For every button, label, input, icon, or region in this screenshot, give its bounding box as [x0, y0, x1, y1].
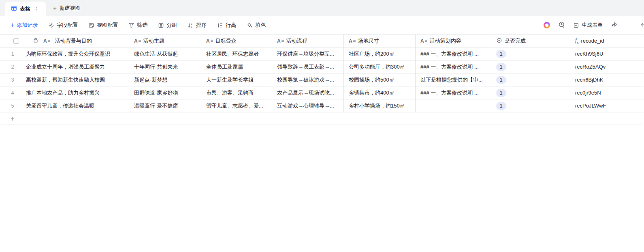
cell-audience[interactable]: 全体员工及家属 [201, 60, 272, 73]
table-row: 5 关爱留守儿童，传递社会温暖 温暖童行·爱不缺席 留守儿童、志愿者、爱... … [0, 99, 644, 112]
cell-theme[interactable]: 十年同行·共创未来 [129, 60, 201, 73]
column-header-label: 活动主题 [143, 37, 164, 45]
column-header-recode-id[interactable]: fx recode_id [570, 34, 643, 47]
cell-complete[interactable]: 1 [491, 86, 570, 99]
cell-theme[interactable]: 新起点·新梦想 [129, 73, 201, 86]
fill-color-button[interactable]: 填色 [247, 22, 266, 29]
cell-planning[interactable]: ### 一、方案修改说明 ... [416, 60, 491, 73]
add-view-button[interactable]: + 新建视图 [46, 0, 88, 16]
text-field-icon: A [43, 39, 50, 43]
status-chip: 1 [496, 50, 506, 58]
cell-recode-id[interactable]: recRoZ5AQv [570, 60, 643, 73]
column-header-activity-flow[interactable]: A 活动流程 [272, 34, 344, 47]
view-tab-bar: 表格 ⋮ + 新建视图 [0, 0, 644, 16]
generate-form-button[interactable]: 生成表单 [573, 22, 603, 29]
sort-az-icon: A Z [188, 22, 194, 28]
cell-flow[interactable]: 环保讲座→垃圾分类互... [272, 47, 344, 60]
table-row: 1 为响应环保政策，提升公众环保意识 绿色生活·从我做起 社区居民、环保志愿者 … [0, 47, 644, 60]
cell-planning[interactable]: 以下是根据您提供的【审... [416, 73, 491, 86]
text-field-icon: A [349, 39, 356, 43]
add-view-label: 新建视图 [60, 4, 81, 12]
column-header-activity-background[interactable]: A 活动背景与目的 [0, 34, 129, 47]
row-number: 1 [6, 51, 14, 57]
column-header-planning-content[interactable]: A 活动策划内容 [416, 34, 491, 47]
cell-venue[interactable]: 公司多功能厅，约300㎡ [344, 60, 416, 73]
filter-label: 筛选 [137, 22, 147, 29]
cell-complete[interactable]: 1 [491, 73, 570, 86]
column-header-label: recode_id [581, 38, 604, 44]
table-grid-icon [11, 5, 17, 13]
cell-recode-id[interactable]: recPoJLWwF [570, 99, 643, 112]
cell-flow[interactable]: 互动游戏→心理辅导→... [272, 99, 344, 112]
toolbar-right: 生成表单 [544, 21, 644, 30]
column-header-label: 是否完成 [505, 37, 526, 45]
group-icon [158, 22, 164, 28]
cell-audience[interactable]: 社区居民、环保志愿者 [201, 47, 272, 60]
toolbar-divider [626, 22, 626, 28]
cell-background[interactable]: 2 企业成立十周年，增强员工凝聚力 [0, 60, 129, 73]
add-row-button[interactable]: + [0, 112, 643, 125]
sort-button[interactable]: A Z 排序 [188, 22, 207, 29]
column-header-activity-theme[interactable]: A 活动主题 [129, 34, 201, 47]
status-chip: 1 [496, 63, 506, 71]
cell-venue[interactable]: 社区广场，约200㎡ [344, 47, 416, 60]
field-config-button[interactable]: 字段配置 [48, 22, 78, 29]
data-grid: A 活动背景与目的 A 活动主题 A 目标受众 A 活动流程 A 场地尺寸 A … [0, 34, 644, 125]
add-record-button[interactable]: + 添加记录 [11, 22, 38, 29]
column-header-venue-size[interactable]: A 场地尺寸 [344, 34, 416, 47]
cell-complete[interactable]: 1 [491, 60, 570, 73]
cell-theme[interactable]: 温暖童行·爱不缺席 [129, 99, 201, 112]
column-header-label: 活动背景与目的 [55, 37, 92, 45]
column-header-target-audience[interactable]: A 目标受众 [201, 34, 272, 47]
cell-planning[interactable]: ### 一、方案修改说明 ... [416, 86, 491, 99]
filter-button[interactable]: 筛选 [128, 22, 147, 29]
history-clock-icon[interactable] [558, 21, 565, 30]
cell-venue[interactable]: 乡镇集市，约400㎡ [344, 86, 416, 99]
circle-check-icon [496, 37, 502, 45]
cell-theme[interactable]: 田野味道·家乡好物 [129, 86, 201, 99]
view-config-button[interactable]: 视图配置 [88, 22, 118, 29]
cell-flow[interactable]: 校园导览→破冰游戏→... [272, 73, 344, 86]
cell-venue[interactable]: 乡村小学操场，约150㎡ [344, 99, 416, 112]
share-icon[interactable] [611, 21, 618, 30]
row-height-button[interactable]: 行高 [217, 22, 236, 29]
form-check-icon [573, 22, 579, 28]
formula-icon: fx [575, 37, 578, 45]
select-all-checkbox[interactable] [13, 38, 19, 44]
ai-assistant-icon[interactable] [544, 22, 550, 28]
cell-flow[interactable]: 领导致辞→员工表彰→... [272, 60, 344, 73]
cell-theme[interactable]: 绿色生活·从我做起 [129, 47, 201, 60]
cell-background[interactable]: 5 关爱留守儿童，传递社会温暖 [0, 99, 129, 112]
cell-audience[interactable]: 大一新生及学长学姐 [201, 73, 272, 86]
text-field-icon: A [420, 39, 427, 43]
cell-background[interactable]: 3 高校迎新，帮助新生快速融入校园 [0, 73, 129, 86]
cell-audience[interactable]: 市民、游客、采购商 [201, 86, 272, 99]
cell-complete[interactable]: 1 [491, 47, 570, 60]
tab-more-menu-icon[interactable]: ⋮ [33, 6, 40, 12]
row-height-label: 行高 [226, 22, 236, 29]
cell-venue[interactable]: 校园操场，约500㎡ [344, 73, 416, 86]
cell-planning[interactable]: ### 一、方案修改说明 ... [416, 47, 491, 60]
svg-text:A: A [191, 23, 192, 25]
cell-audience[interactable]: 留守儿童、志愿者、爱... [201, 99, 272, 112]
cell-planning[interactable] [416, 99, 491, 112]
cell-flow[interactable]: 农产品展示→现场试吃... [272, 86, 344, 99]
cell-recode-id[interactable]: recKh9Sj6U [570, 47, 643, 60]
cell-complete[interactable]: 1 [491, 99, 570, 112]
plus-icon: + [11, 115, 15, 122]
collapse-panel-arrow-icon[interactable] [640, 22, 644, 30]
row-number: 5 [6, 103, 14, 109]
cell-recode-id[interactable]: rec0jr9e5N [570, 86, 643, 99]
cell-background[interactable]: 4 推广本地农产品，助力乡村振兴 [0, 86, 129, 99]
row-number: 3 [6, 77, 14, 83]
tab-table-view[interactable]: 表格 ⋮ [5, 2, 46, 16]
group-button[interactable]: 分组 [158, 22, 177, 29]
cell-background[interactable]: 1 为响应环保政策，提升公众环保意识 [0, 47, 129, 60]
row-height-icon [217, 22, 223, 28]
column-header-is-complete[interactable]: 是否完成 [491, 34, 570, 47]
paint-bucket-icon [247, 22, 253, 28]
cell-recode-id[interactable]: recn6BjDhK [570, 73, 643, 86]
svg-text:Z: Z [191, 26, 192, 28]
add-record-label: 添加记录 [17, 22, 38, 29]
plus-icon: + [11, 22, 14, 28]
